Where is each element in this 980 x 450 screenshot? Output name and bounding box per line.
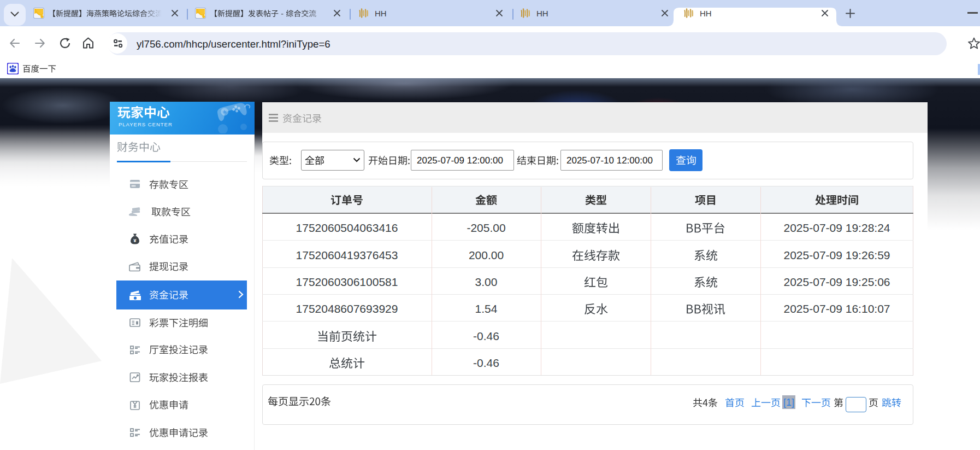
svg-text:¥: ¥ [133, 237, 137, 243]
